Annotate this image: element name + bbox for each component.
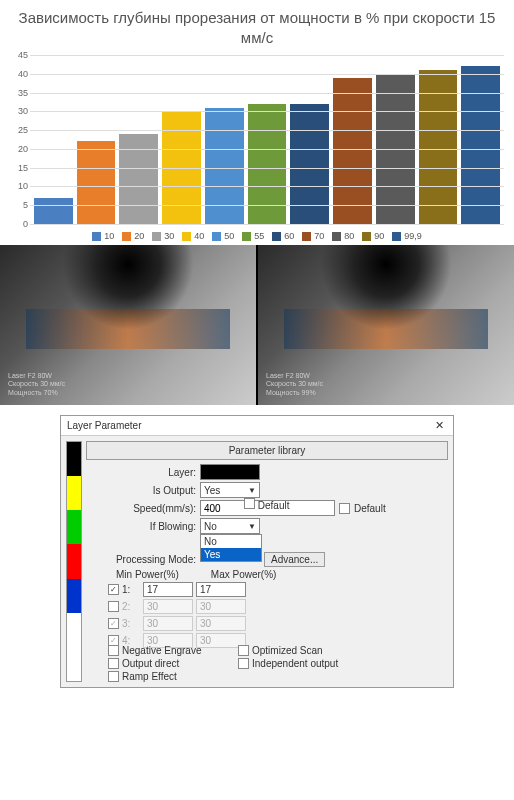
photo-right: Laser F2 80W Скорость 30 мм/с Мощность 9…	[258, 245, 514, 405]
if-blowing-label: If Blowing:	[86, 521, 196, 532]
dropdown-option-yes[interactable]: Yes	[201, 548, 261, 561]
output-direct-checkbox[interactable]	[108, 658, 119, 669]
power-row-checkbox[interactable]	[108, 601, 119, 612]
photo-left-caption: Laser F2 80W Скорость 30 мм/с Мощность 7…	[8, 372, 65, 397]
chevron-down-icon: ▼	[248, 486, 256, 495]
photo-left: Laser F2 80W Скорость 30 мм/с Мощность 7…	[0, 245, 256, 405]
max-power-input: 30	[196, 616, 246, 631]
if-blowing-dropdown[interactable]: No Yes	[200, 534, 262, 562]
legend-item: 50	[212, 231, 234, 241]
power-default-label: Default	[258, 500, 290, 511]
chart-bar	[34, 198, 73, 224]
chart-bar	[205, 108, 244, 224]
layer-parameter-dialog: Layer Parameter ✕ Parameter library Laye…	[60, 415, 454, 688]
optimized-scan-checkbox[interactable]	[238, 645, 249, 656]
power-row-checkbox[interactable]	[108, 584, 119, 595]
min-power-input[interactable]: 17	[143, 582, 193, 597]
power-row: 3:3030	[86, 616, 448, 631]
chart-legend: 1020304050556070809099,9	[10, 231, 504, 241]
color-cell[interactable]	[67, 647, 81, 681]
power-row: 2:3030	[86, 599, 448, 614]
max-power-input[interactable]: 17	[196, 582, 246, 597]
chart-bar	[333, 78, 372, 224]
layer-color-swatch[interactable]	[200, 464, 260, 480]
chart-section: Зависимость глубины прорезания от мощнос…	[0, 0, 514, 245]
legend-item: 55	[242, 231, 264, 241]
legend-item: 60	[272, 231, 294, 241]
chart-bar	[461, 66, 500, 224]
power-default-checkbox[interactable]	[244, 498, 255, 509]
negative-engrave-checkbox[interactable]	[108, 645, 119, 656]
color-cell[interactable]	[67, 613, 81, 647]
chart-plot-area: 051015202530354045	[30, 55, 504, 225]
chart-title: Зависимость глубины прорезания от мощнос…	[10, 8, 504, 47]
advance-button[interactable]: Advance...	[264, 552, 325, 567]
min-power-header: Min Power(%)	[116, 569, 179, 580]
photo-right-caption: Laser F2 80W Скорость 30 мм/с Мощность 9…	[266, 372, 323, 397]
color-cell[interactable]	[67, 544, 81, 578]
chart-bars	[30, 55, 504, 224]
min-power-input: 30	[143, 599, 193, 614]
is-output-label: Is Output:	[86, 485, 196, 496]
dialog-title: Layer Parameter	[67, 420, 141, 431]
parameter-library-button[interactable]: Parameter library	[86, 441, 448, 460]
close-icon[interactable]: ✕	[432, 419, 447, 432]
dropdown-option-no[interactable]: No	[201, 535, 261, 548]
processing-mode-label: Processing Mode:	[86, 554, 196, 565]
legend-item: 99,9	[392, 231, 422, 241]
color-cell[interactable]	[67, 476, 81, 510]
color-cell[interactable]	[67, 442, 81, 476]
speed-default-checkbox[interactable]	[339, 503, 350, 514]
legend-item: 20	[122, 231, 144, 241]
color-column[interactable]	[66, 441, 82, 682]
legend-item: 70	[302, 231, 324, 241]
layer-label: Layer:	[86, 467, 196, 478]
legend-item: 30	[152, 231, 174, 241]
chart-bar	[77, 141, 116, 224]
if-blowing-select[interactable]: No ▼ No Yes	[200, 518, 260, 534]
legend-item: 10	[92, 231, 114, 241]
dialog-titlebar[interactable]: Layer Parameter ✕	[61, 416, 453, 436]
chart-bar	[119, 134, 158, 224]
max-power-input: 30	[196, 599, 246, 614]
min-power-input: 30	[143, 616, 193, 631]
photo-row: Laser F2 80W Скорость 30 мм/с Мощность 7…	[0, 245, 514, 405]
power-row-checkbox[interactable]	[108, 618, 119, 629]
dialog-container: Layer Parameter ✕ Parameter library Laye…	[0, 405, 514, 698]
is-output-select[interactable]: Yes ▼	[200, 482, 260, 498]
legend-item: 40	[182, 231, 204, 241]
legend-item: 80	[332, 231, 354, 241]
speed-default-label: Default	[354, 503, 386, 514]
independent-output-checkbox[interactable]	[238, 658, 249, 669]
speed-label: Speed(mm/s):	[86, 503, 196, 514]
legend-item: 90	[362, 231, 384, 241]
color-cell[interactable]	[67, 579, 81, 613]
color-cell[interactable]	[67, 510, 81, 544]
ramp-effect-checkbox[interactable]	[108, 671, 119, 682]
chevron-down-icon: ▼	[248, 522, 256, 531]
